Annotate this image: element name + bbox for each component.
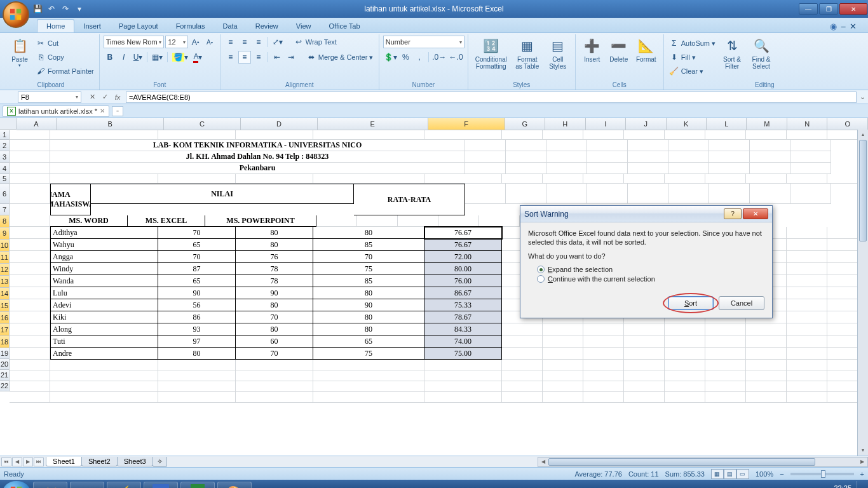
- cell-M20[interactable]: [746, 370, 787, 381]
- cell-K22[interactable]: [665, 392, 705, 403]
- copy-button[interactable]: ⎘Copy: [34, 51, 95, 64]
- cell-B21[interactable]: [50, 381, 158, 392]
- delete-cells-button[interactable]: ➖Delete: [606, 36, 632, 81]
- cell-A14[interactable]: [10, 299, 50, 311]
- cell-E7[interactable]: MS. POWERPOINT: [205, 215, 316, 227]
- cell-E8[interactable]: 80: [313, 227, 424, 239]
- sheet-tab-1[interactable]: Sheet1: [46, 457, 82, 466]
- cell-C17[interactable]: 97: [158, 336, 236, 348]
- cell-O4[interactable]: [790, 163, 831, 174]
- col-header-D[interactable]: D: [241, 118, 318, 130]
- cell-D13[interactable]: 90: [236, 287, 313, 299]
- cell-B18[interactable]: Andre: [50, 348, 158, 360]
- cell-K2[interactable]: [628, 140, 668, 151]
- align-middle-button[interactable]: ≡: [238, 36, 251, 48]
- wrap-text-button[interactable]: ↩Wrap Text: [292, 36, 362, 48]
- cell-D12[interactable]: 78: [236, 275, 313, 287]
- cell-G21[interactable]: [502, 381, 543, 392]
- tab-review[interactable]: Review: [247, 20, 287, 32]
- cell-I17[interactable]: [583, 336, 624, 348]
- shrink-font-button[interactable]: A▾: [203, 36, 216, 48]
- cell-K20[interactable]: [665, 370, 705, 381]
- cell-J19[interactable]: [624, 360, 665, 370]
- fill-color-button[interactable]: 🪣▾: [170, 51, 190, 64]
- cell-K5[interactable]: [665, 174, 705, 184]
- cell-I4[interactable]: [546, 163, 587, 174]
- cell-B19[interactable]: [50, 360, 158, 370]
- decrease-indent-button[interactable]: ⇤: [271, 51, 283, 64]
- row-header-2[interactable]: 2: [0, 140, 10, 151]
- sheet-tab-3[interactable]: Sheet3: [117, 457, 153, 466]
- cell-F15[interactable]: 78.67: [424, 311, 502, 323]
- office-button[interactable]: [3, 1, 29, 28]
- col-header-E[interactable]: E: [318, 118, 428, 130]
- cell-B14[interactable]: Adevi: [50, 299, 158, 311]
- cell-D5[interactable]: [236, 174, 313, 184]
- grow-font-button[interactable]: A▴: [189, 36, 202, 48]
- radio-expand-selection[interactable]: Expand the selection: [537, 266, 764, 273]
- cell-B15[interactable]: Kiki: [50, 311, 158, 323]
- cell-L4[interactable]: [668, 163, 709, 174]
- cell-J3[interactable]: [587, 151, 628, 163]
- cell-C10[interactable]: 70: [158, 251, 236, 263]
- clear-button[interactable]: 🧹Clear▾: [668, 65, 717, 78]
- cell-K7[interactable]: [479, 215, 520, 227]
- cell-F22[interactable]: [424, 392, 502, 403]
- cell-A17[interactable]: [10, 336, 50, 348]
- sheet-tab-2[interactable]: Sheet2: [81, 457, 118, 466]
- cut-button[interactable]: ✂Cut: [34, 37, 95, 50]
- dialog-cancel-button[interactable]: Cancel: [719, 296, 764, 310]
- conditional-formatting-button[interactable]: 🔢Conditional Formatting: [472, 36, 510, 81]
- cell-A16[interactable]: [10, 323, 50, 336]
- cell-A10[interactable]: [10, 251, 50, 263]
- col-header-L[interactable]: L: [707, 118, 747, 130]
- cell-C19[interactable]: [158, 360, 236, 370]
- format-cells-button[interactable]: 📐Format: [633, 36, 660, 81]
- cell-C16[interactable]: 93: [158, 323, 236, 336]
- cell-M2[interactable]: [709, 140, 750, 151]
- orientation-button[interactable]: ⤢▾: [271, 36, 285, 48]
- taskbar-excel[interactable]: X: [180, 482, 215, 488]
- cell-B20[interactable]: [50, 370, 158, 381]
- open-icon[interactable]: ▾: [74, 3, 85, 15]
- cell-J1[interactable]: [624, 130, 665, 140]
- formula-input[interactable]: =AVERAGE(C8:E8): [126, 92, 857, 103]
- cell-H17[interactable]: [543, 336, 583, 348]
- cell-M16[interactable]: [746, 323, 787, 336]
- cell-F12[interactable]: 76.00: [424, 275, 502, 287]
- cell-N15[interactable]: [787, 311, 827, 323]
- cell-B9[interactable]: Wahyu: [50, 239, 158, 251]
- tab-formulas[interactable]: Formulas: [167, 20, 214, 32]
- cell-F6[interactable]: RATA-RATA: [354, 184, 465, 215]
- dialog-close-button[interactable]: ✕: [743, 208, 768, 219]
- col-header-N[interactable]: N: [787, 118, 827, 130]
- cell-H20[interactable]: [543, 370, 583, 381]
- row-header-8[interactable]: 8: [0, 215, 10, 227]
- col-header-I[interactable]: I: [586, 118, 626, 130]
- row-header-20[interactable]: 20: [0, 359, 10, 370]
- cell-E12[interactable]: 85: [313, 275, 424, 287]
- cell-L1[interactable]: [705, 130, 746, 140]
- row-header-18[interactable]: 18: [0, 336, 10, 348]
- cell-C8[interactable]: 70: [158, 227, 236, 239]
- col-header-K[interactable]: K: [667, 118, 707, 130]
- tab-insert[interactable]: Insert: [74, 20, 110, 32]
- name-box[interactable]: F8▾: [18, 92, 81, 103]
- cell-O6[interactable]: [790, 184, 831, 204]
- insert-cells-button[interactable]: ➕Insert: [580, 36, 605, 81]
- cell-A11[interactable]: [10, 263, 50, 275]
- cell-G1[interactable]: [502, 130, 543, 140]
- cell-G17[interactable]: [502, 336, 543, 348]
- cell-L19[interactable]: [705, 360, 746, 370]
- cell-O3[interactable]: [790, 151, 831, 163]
- cell-B22[interactable]: [50, 392, 158, 403]
- col-header-C[interactable]: C: [164, 118, 241, 130]
- cell-N13[interactable]: [787, 287, 827, 299]
- cell-L21[interactable]: [705, 381, 746, 392]
- sort-filter-button[interactable]: ⇅Sort & Filter: [718, 36, 746, 81]
- cell-J2[interactable]: [587, 140, 628, 151]
- cell-A19[interactable]: [10, 360, 50, 370]
- row-header-17[interactable]: 17: [0, 324, 10, 336]
- cell-D11[interactable]: 78: [236, 263, 313, 275]
- row-header-16[interactable]: 16: [0, 312, 10, 324]
